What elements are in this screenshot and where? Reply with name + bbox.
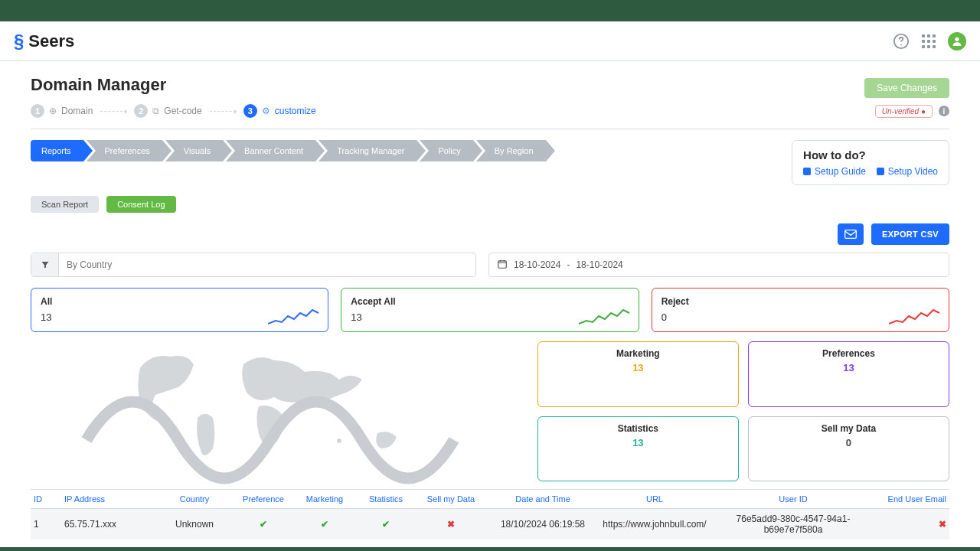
step-label: customize bbox=[275, 106, 316, 116]
doc-icon bbox=[803, 168, 811, 175]
date-to: 18-10-2024 bbox=[576, 259, 622, 270]
stat-card-reject[interactable]: Reject 0 bbox=[652, 288, 949, 332]
gear-icon: ⚙ bbox=[262, 106, 270, 116]
col-ip[interactable]: IP Address bbox=[64, 494, 156, 504]
section-tabs: Reports Preferences Visuals Banner Conte… bbox=[31, 140, 549, 185]
scan-report-tab[interactable]: Scan Report bbox=[31, 196, 99, 213]
apps-grid-icon[interactable] bbox=[920, 33, 937, 50]
sparkline-icon bbox=[268, 307, 322, 327]
col-id[interactable]: ID bbox=[34, 494, 64, 504]
country-filter bbox=[31, 253, 476, 277]
cell-user-id: 76e5add9-380c-4547-94a1-b69e7e7f580a bbox=[709, 514, 877, 535]
svg-rect-4 bbox=[498, 260, 507, 267]
col-marketing[interactable]: Marketing bbox=[294, 494, 355, 504]
step-separator bbox=[210, 111, 236, 112]
col-user-id[interactable]: User ID bbox=[709, 494, 877, 504]
app-header: § Seers bbox=[0, 21, 980, 61]
col-url[interactable]: URL bbox=[600, 494, 709, 504]
check-icon: ✔ bbox=[294, 519, 355, 530]
how-to-title: How to do? bbox=[803, 148, 938, 161]
wave-icon bbox=[31, 348, 525, 486]
sparkline-icon bbox=[889, 307, 942, 327]
country-filter-input[interactable] bbox=[59, 259, 475, 270]
code-icon: ⧉ bbox=[152, 106, 159, 116]
date-from: 18-10-2024 bbox=[514, 259, 560, 270]
video-icon bbox=[877, 168, 884, 175]
brand-mark-icon: § bbox=[14, 32, 24, 51]
export-csv-button[interactable]: EXPORT CSV bbox=[871, 223, 949, 245]
svg-rect-3 bbox=[845, 230, 857, 239]
browser-bottom-chrome bbox=[0, 547, 980, 551]
step-get-code[interactable]: 2 ⧉ Get-code bbox=[134, 104, 201, 118]
cell-ip: 65.75.71.xxx bbox=[64, 519, 156, 530]
tab-tracking-manager[interactable]: Tracking Manager bbox=[318, 140, 416, 161]
x-icon: ✖ bbox=[416, 519, 485, 530]
cell-url: https://www.johnbull.com/ bbox=[600, 519, 709, 530]
mini-card-preferences[interactable]: Preferences 13 bbox=[748, 341, 949, 407]
tab-by-region[interactable]: By Region bbox=[476, 140, 546, 161]
tab-policy[interactable]: Policy bbox=[420, 140, 472, 161]
stat-card-all[interactable]: All 13 bbox=[31, 288, 328, 332]
col-email[interactable]: End User Email bbox=[877, 494, 946, 504]
tab-banner-content[interactable]: Banner Content bbox=[226, 140, 315, 161]
brand-name: Seers bbox=[28, 31, 74, 51]
cell-country: Unknown bbox=[156, 519, 233, 530]
check-icon: ✔ bbox=[233, 519, 294, 530]
mini-card-statistics[interactable]: Statistics 13 bbox=[537, 416, 739, 482]
page-title: Domain Manager bbox=[31, 75, 166, 95]
date-range-picker[interactable]: 18-10-2024 - 18-10-2024 bbox=[488, 253, 949, 277]
tab-reports[interactable]: Reports bbox=[31, 140, 83, 161]
table-row[interactable]: 1 65.75.71.xxx Unknown ✔ ✔ ✔ ✖ 18/10/202… bbox=[31, 509, 949, 540]
info-icon[interactable]: i bbox=[939, 106, 949, 116]
setup-video-link[interactable]: Setup Video bbox=[877, 166, 938, 177]
world-map[interactable] bbox=[31, 341, 525, 481]
consent-table: ID IP Address Country Preference Marketi… bbox=[31, 489, 949, 540]
col-datetime[interactable]: Date and Time bbox=[485, 494, 600, 504]
svg-point-2 bbox=[955, 37, 959, 41]
step-label: Domain bbox=[61, 106, 93, 116]
col-sell[interactable]: Sell my Data bbox=[416, 494, 485, 504]
save-changes-button[interactable]: Save Changes bbox=[864, 78, 949, 98]
browser-top-chrome bbox=[0, 0, 980, 21]
x-icon: ✖ bbox=[877, 519, 946, 530]
check-icon: ✔ bbox=[355, 519, 416, 530]
step-domain[interactable]: 1 ⊕ Domain bbox=[31, 104, 93, 118]
setup-guide-link[interactable]: Setup Guide bbox=[803, 166, 866, 177]
consent-log-tab[interactable]: Consent Log bbox=[106, 196, 175, 213]
col-preference[interactable]: Preference bbox=[233, 494, 294, 504]
brand-logo[interactable]: § Seers bbox=[14, 31, 74, 51]
sparkline-icon bbox=[579, 307, 632, 327]
calendar-icon bbox=[497, 259, 508, 272]
stat-card-accept-all[interactable]: Accept All 13 bbox=[341, 288, 639, 332]
tab-visuals[interactable]: Visuals bbox=[165, 140, 223, 161]
unverified-badge: Un-verified ● bbox=[875, 105, 933, 118]
email-button[interactable] bbox=[838, 223, 864, 245]
step-customize[interactable]: 3 ⚙ customize bbox=[243, 104, 316, 118]
mini-card-sell-my-data[interactable]: Sell my Data 0 bbox=[748, 416, 949, 482]
cell-datetime: 18/10/2024 06:19:58 bbox=[485, 519, 600, 530]
table-header: ID IP Address Country Preference Marketi… bbox=[31, 490, 949, 509]
step-separator bbox=[100, 111, 126, 112]
step-label: Get-code bbox=[164, 106, 201, 116]
mini-card-marketing[interactable]: Marketing 13 bbox=[537, 341, 739, 407]
user-avatar-icon[interactable] bbox=[948, 32, 966, 51]
wizard-steps: 1 ⊕ Domain 2 ⧉ Get-code 3 ⚙ customize bbox=[31, 104, 316, 118]
col-country[interactable]: Country bbox=[156, 494, 233, 504]
svg-point-1 bbox=[900, 44, 902, 45]
globe-icon: ⊕ bbox=[49, 106, 57, 116]
cell-id: 1 bbox=[34, 519, 64, 530]
how-to-card: How to do? Setup Guide Setup Video bbox=[792, 140, 949, 185]
tab-preferences[interactable]: Preferences bbox=[87, 140, 162, 161]
filter-icon[interactable] bbox=[31, 253, 59, 276]
help-icon[interactable] bbox=[893, 33, 910, 50]
col-statistics[interactable]: Statistics bbox=[355, 494, 416, 504]
